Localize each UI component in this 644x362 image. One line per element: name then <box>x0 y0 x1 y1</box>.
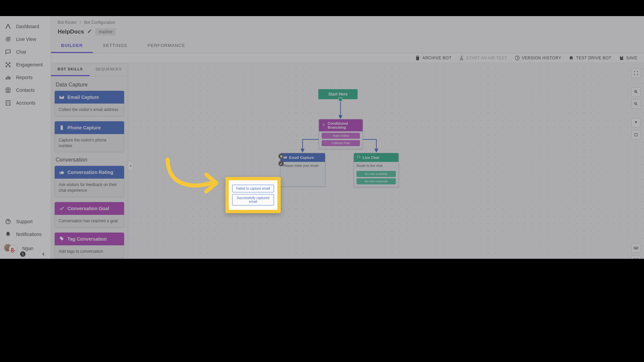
livechat-option[interactable]: No one available <box>357 171 396 177</box>
nav-support[interactable]: Support <box>0 215 51 228</box>
person-icon <box>5 87 11 94</box>
node-title: Live Chat <box>363 156 379 160</box>
bar-chart-icon <box>5 74 11 81</box>
primary-nav: Dashboard Live View Chat Engagement <box>0 16 51 259</box>
nav-label: Reports <box>16 75 33 80</box>
nav-dashboard-label: Dashboard <box>16 24 39 29</box>
test-drive-button[interactable]: TEST DRIVE BOT <box>569 55 611 61</box>
tag-icon <box>59 236 65 242</box>
start-connector[interactable] <box>338 97 343 102</box>
skill-conversation-goal[interactable]: Conversation Goal Conversation has reach… <box>54 202 124 228</box>
action-label: SAVE <box>626 56 637 60</box>
svg-point-14 <box>61 129 62 129</box>
tab-sequences[interactable]: SEQUENCES <box>90 63 128 76</box>
collapse-nav-button[interactable] <box>40 250 48 258</box>
auto-layout-button[interactable] <box>631 118 641 127</box>
skill-desc: Collect the visitor's email address <box>55 104 124 116</box>
branch-icon <box>322 123 326 128</box>
node-email-capture[interactable]: Email Capture Please enter your email <box>280 153 325 187</box>
chat-icon <box>5 49 11 55</box>
status-badge: Inactive <box>95 28 116 36</box>
tab-performance[interactable]: PERFORMANCE <box>138 39 195 53</box>
nav-label: Live View <box>16 37 36 42</box>
zoom-in-button[interactable] <box>631 87 641 97</box>
highlight-callout: Failed to capture email Successfully cap… <box>225 177 281 213</box>
tab-builder[interactable]: BUILDER <box>51 39 93 53</box>
highlight-pill: Failed to capture email <box>232 185 274 192</box>
keyboard-button[interactable] <box>631 243 641 253</box>
notification-count-badge: 5 <box>20 251 25 257</box>
grid-toggle-button[interactable] <box>631 130 641 139</box>
nav-live-view[interactable]: Live View <box>0 33 51 46</box>
nav-notifications[interactable]: Notifications <box>0 228 51 241</box>
skill-title: Conversation Rating <box>67 170 113 175</box>
node-prompt: Please enter your email <box>280 162 325 170</box>
nav-chat[interactable]: Chat <box>0 46 51 58</box>
svg-rect-7 <box>8 76 9 80</box>
skill-desc: Add tags to conversation <box>55 245 124 258</box>
breadcrumb-sep-icon: / <box>80 20 81 25</box>
flow-canvas[interactable]: Start Here Conditional Branching Team On… <box>128 63 644 259</box>
branch-option[interactable]: Fallback Path <box>322 140 360 146</box>
headset-icon <box>357 155 361 160</box>
skill-email-capture[interactable]: Email Capture Collect the visitor's emai… <box>54 90 124 116</box>
tab-bot-skills[interactable]: BOT SKILLS <box>51 63 90 76</box>
check-icon <box>59 205 65 212</box>
node-conditional-branching[interactable]: Conditional Branching Team Online Fallba… <box>319 119 363 149</box>
action-label: ARCHIVE BOT <box>422 56 451 60</box>
skill-phone-capture[interactable]: Phone Capture Capture the visitor's phon… <box>54 121 124 153</box>
group-title: Data Capture <box>56 82 123 88</box>
start-node[interactable]: Start Here <box>318 89 358 99</box>
archive-bot-button[interactable]: ARCHIVE BOT <box>415 55 451 61</box>
fullscreen-button[interactable] <box>631 255 641 259</box>
zoom-out-button[interactable] <box>631 99 641 109</box>
skill-title: Conversation Goal <box>67 206 109 211</box>
version-history-button[interactable]: VERSION HISTORY <box>515 55 561 61</box>
nav-reports[interactable]: Reports <box>0 71 51 84</box>
highlight-pill: Successfully captured email <box>232 194 274 205</box>
brand-logo-icon <box>5 23 11 30</box>
breadcrumb-root[interactable]: Bot Roster <box>58 20 77 25</box>
node-edit-button[interactable] <box>278 161 284 166</box>
node-prompt: Route to live chat <box>354 162 398 170</box>
svg-point-3 <box>9 62 10 63</box>
save-button[interactable]: SAVE <box>619 55 637 61</box>
action-bar: ARCHIVE BOT START AN A/B TEST VERSION HI… <box>51 53 644 63</box>
livechat-option[interactable]: No one responds <box>357 178 396 184</box>
page-title: HelpDocs <box>58 28 84 35</box>
mail-icon <box>59 94 65 100</box>
nav-accounts[interactable]: Accounts <box>0 97 51 109</box>
tab-settings[interactable]: SETTINGS <box>93 39 138 53</box>
svg-point-2 <box>6 62 7 63</box>
skill-tag-conversation[interactable]: Tag Conversation Add tags to conversatio… <box>54 232 124 258</box>
bell-icon <box>5 231 11 238</box>
network-icon <box>5 61 11 68</box>
skills-scroll[interactable]: Data Capture Email Capture Collect the v… <box>51 76 128 259</box>
node-delete-button[interactable] <box>278 154 284 159</box>
user-name: Ngan <box>22 246 33 251</box>
skill-conversation-rating[interactable]: Conversation Rating Ask visitors for fee… <box>54 166 124 197</box>
nav-engagement[interactable]: Engagement <box>0 58 51 71</box>
nav-label: Support <box>16 219 33 224</box>
edit-title-button[interactable] <box>87 29 92 35</box>
branch-option[interactable]: Team Online <box>322 133 360 139</box>
svg-point-5 <box>9 66 10 67</box>
breadcrumb-current: Bot Configuration <box>84 20 115 25</box>
svg-point-10 <box>7 89 9 90</box>
phone-icon <box>59 125 65 131</box>
nav-label: Chat <box>16 49 26 55</box>
action-label: START AN A/B TEST <box>466 56 507 60</box>
canvas-tools <box>631 68 641 139</box>
start-label: Start Here <box>328 92 347 97</box>
nav-label: Accounts <box>16 100 36 106</box>
building-icon <box>5 100 11 106</box>
svg-point-1 <box>7 39 9 40</box>
node-live-chat[interactable]: Live Chat Route to live chat No one avai… <box>354 153 399 187</box>
fit-view-button[interactable] <box>631 68 641 78</box>
logo-item[interactable]: Dashboard <box>0 20 51 33</box>
nav-contacts[interactable]: Contacts <box>0 84 51 97</box>
page-tabs: BUILDER SETTINGS PERFORMANCE <box>51 39 644 53</box>
action-label: TEST DRIVE BOT <box>576 56 611 60</box>
svg-rect-19 <box>634 247 638 249</box>
canvas-bottom-tools <box>631 243 641 259</box>
